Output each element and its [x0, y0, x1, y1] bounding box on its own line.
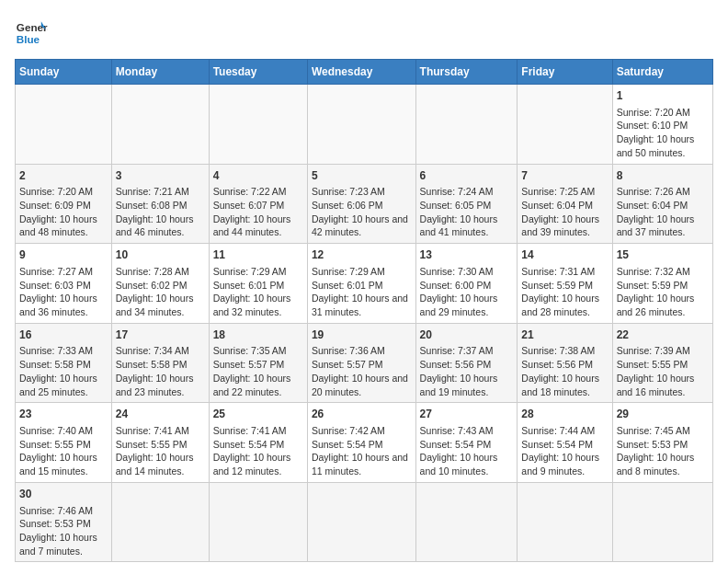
day-number: 11: [213, 247, 303, 263]
day-info: Sunrise: 7:22 AM Sunset: 6:07 PM Dayligh…: [213, 185, 303, 239]
day-number: 25: [213, 407, 303, 422]
day-number: 4: [213, 168, 303, 184]
calendar-week-1: 1Sunrise: 7:20 AM Sunset: 6:10 PM Daylig…: [16, 85, 713, 165]
day-info: Sunrise: 7:29 AM Sunset: 6:01 PM Dayligh…: [312, 265, 412, 319]
day-info: Sunrise: 7:27 AM Sunset: 6:03 PM Dayligh…: [19, 265, 108, 319]
day-number: 23: [19, 407, 108, 422]
weekday-header-saturday: Saturday: [612, 60, 712, 85]
calendar-cell: [518, 482, 612, 562]
day-info: Sunrise: 7:39 AM Sunset: 5:55 PM Dayligh…: [617, 344, 709, 398]
day-info: Sunrise: 7:36 AM Sunset: 5:57 PM Dayligh…: [312, 344, 412, 398]
calendar-cell: 9Sunrise: 7:27 AM Sunset: 6:03 PM Daylig…: [16, 244, 112, 324]
day-info: Sunrise: 7:41 AM Sunset: 5:55 PM Dayligh…: [116, 424, 205, 478]
calendar-cell: [209, 85, 307, 165]
calendar-cell: [16, 85, 112, 165]
calendar-cell: 29Sunrise: 7:45 AM Sunset: 5:53 PM Dayli…: [612, 403, 712, 483]
calendar-cell: 23Sunrise: 7:40 AM Sunset: 5:55 PM Dayli…: [16, 403, 112, 483]
calendar-cell: 24Sunrise: 7:41 AM Sunset: 5:55 PM Dayli…: [111, 403, 209, 483]
calendar-cell: 5Sunrise: 7:23 AM Sunset: 6:06 PM Daylig…: [307, 164, 415, 244]
calendar-cell: 6Sunrise: 7:24 AM Sunset: 6:05 PM Daylig…: [415, 164, 518, 244]
day-number: 10: [116, 247, 205, 263]
day-number: 27: [420, 407, 514, 422]
day-info: Sunrise: 7:41 AM Sunset: 5:54 PM Dayligh…: [213, 424, 303, 478]
day-info: Sunrise: 7:20 AM Sunset: 6:09 PM Dayligh…: [19, 185, 108, 239]
day-info: Sunrise: 7:42 AM Sunset: 5:54 PM Dayligh…: [312, 424, 412, 478]
calendar-cell: [209, 482, 307, 562]
day-number: 20: [420, 327, 514, 343]
day-info: Sunrise: 7:25 AM Sunset: 6:04 PM Dayligh…: [521, 185, 608, 239]
calendar-cell: [415, 482, 518, 562]
calendar-cell: 20Sunrise: 7:37 AM Sunset: 5:56 PM Dayli…: [415, 323, 518, 403]
calendar-cell: 7Sunrise: 7:25 AM Sunset: 6:04 PM Daylig…: [518, 164, 612, 244]
calendar-cell: 17Sunrise: 7:34 AM Sunset: 5:58 PM Dayli…: [111, 323, 209, 403]
day-number: 16: [19, 327, 108, 343]
calendar-cell: 10Sunrise: 7:28 AM Sunset: 6:02 PM Dayli…: [111, 244, 209, 324]
day-number: 13: [420, 247, 514, 263]
day-info: Sunrise: 7:34 AM Sunset: 5:58 PM Dayligh…: [116, 344, 205, 398]
calendar-cell: [612, 482, 712, 562]
logo-icon: General Blue: [15, 15, 48, 48]
day-number: 30: [19, 487, 108, 502]
calendar-cell: 30Sunrise: 7:46 AM Sunset: 5:53 PM Dayli…: [16, 482, 112, 562]
calendar-week-6: 30Sunrise: 7:46 AM Sunset: 5:53 PM Dayli…: [16, 482, 713, 562]
day-number: 3: [116, 168, 205, 184]
calendar-cell: 11Sunrise: 7:29 AM Sunset: 6:01 PM Dayli…: [209, 244, 307, 324]
weekday-header-wednesday: Wednesday: [307, 60, 415, 85]
day-info: Sunrise: 7:28 AM Sunset: 6:02 PM Dayligh…: [116, 265, 205, 319]
calendar-cell: [518, 85, 612, 165]
day-info: Sunrise: 7:32 AM Sunset: 5:59 PM Dayligh…: [617, 265, 709, 319]
calendar-cell: 22Sunrise: 7:39 AM Sunset: 5:55 PM Dayli…: [612, 323, 712, 403]
day-info: Sunrise: 7:30 AM Sunset: 6:00 PM Dayligh…: [420, 265, 514, 319]
calendar-cell: 18Sunrise: 7:35 AM Sunset: 5:57 PM Dayli…: [209, 323, 307, 403]
day-number: 5: [312, 168, 412, 184]
calendar-cell: 14Sunrise: 7:31 AM Sunset: 5:59 PM Dayli…: [518, 244, 612, 324]
calendar-cell: [415, 85, 518, 165]
calendar-cell: 21Sunrise: 7:38 AM Sunset: 5:56 PM Dayli…: [518, 323, 612, 403]
weekday-header-monday: Monday: [111, 60, 209, 85]
day-number: 24: [116, 407, 205, 422]
day-info: Sunrise: 7:20 AM Sunset: 6:10 PM Dayligh…: [617, 106, 709, 160]
calendar-cell: 2Sunrise: 7:20 AM Sunset: 6:09 PM Daylig…: [16, 164, 112, 244]
day-info: Sunrise: 7:29 AM Sunset: 6:01 PM Dayligh…: [213, 265, 303, 319]
day-info: Sunrise: 7:21 AM Sunset: 6:08 PM Dayligh…: [116, 185, 205, 239]
day-info: Sunrise: 7:38 AM Sunset: 5:56 PM Dayligh…: [521, 344, 608, 398]
day-number: 15: [617, 247, 709, 263]
calendar-cell: 27Sunrise: 7:43 AM Sunset: 5:54 PM Dayli…: [415, 403, 518, 483]
calendar-cell: 13Sunrise: 7:30 AM Sunset: 6:00 PM Dayli…: [415, 244, 518, 324]
calendar-cell: 16Sunrise: 7:33 AM Sunset: 5:58 PM Dayli…: [16, 323, 112, 403]
day-number: 6: [420, 168, 514, 184]
page-header: General Blue: [15, 15, 713, 48]
day-number: 1: [617, 88, 709, 104]
day-number: 17: [116, 327, 205, 343]
day-number: 12: [312, 247, 412, 263]
calendar-cell: [307, 85, 415, 165]
day-number: 7: [521, 168, 608, 184]
calendar-cell: 4Sunrise: 7:22 AM Sunset: 6:07 PM Daylig…: [209, 164, 307, 244]
weekday-header-sunday: Sunday: [16, 60, 112, 85]
calendar-cell: [111, 482, 209, 562]
calendar-week-4: 16Sunrise: 7:33 AM Sunset: 5:58 PM Dayli…: [16, 323, 713, 403]
day-number: 2: [19, 168, 108, 184]
day-info: Sunrise: 7:35 AM Sunset: 5:57 PM Dayligh…: [213, 344, 303, 398]
logo: General Blue: [15, 15, 48, 48]
calendar-week-2: 2Sunrise: 7:20 AM Sunset: 6:09 PM Daylig…: [16, 164, 713, 244]
calendar-cell: 28Sunrise: 7:44 AM Sunset: 5:54 PM Dayli…: [518, 403, 612, 483]
calendar-cell: 26Sunrise: 7:42 AM Sunset: 5:54 PM Dayli…: [307, 403, 415, 483]
day-info: Sunrise: 7:31 AM Sunset: 5:59 PM Dayligh…: [521, 265, 608, 319]
day-number: 19: [312, 327, 412, 343]
day-number: 14: [521, 247, 608, 263]
day-number: 28: [521, 407, 608, 422]
calendar-cell: 15Sunrise: 7:32 AM Sunset: 5:59 PM Dayli…: [612, 244, 712, 324]
calendar-cell: [111, 85, 209, 165]
day-number: 8: [617, 168, 709, 184]
calendar-cell: 8Sunrise: 7:26 AM Sunset: 6:04 PM Daylig…: [612, 164, 712, 244]
day-number: 26: [312, 407, 412, 422]
day-info: Sunrise: 7:26 AM Sunset: 6:04 PM Dayligh…: [617, 185, 709, 239]
day-info: Sunrise: 7:43 AM Sunset: 5:54 PM Dayligh…: [420, 424, 514, 478]
calendar-table: SundayMondayTuesdayWednesdayThursdayFrid…: [15, 59, 713, 562]
day-info: Sunrise: 7:46 AM Sunset: 5:53 PM Dayligh…: [19, 504, 108, 558]
weekday-header-row: SundayMondayTuesdayWednesdayThursdayFrid…: [16, 60, 713, 85]
calendar-week-3: 9Sunrise: 7:27 AM Sunset: 6:03 PM Daylig…: [16, 244, 713, 324]
calendar-week-5: 23Sunrise: 7:40 AM Sunset: 5:55 PM Dayli…: [16, 403, 713, 483]
day-number: 22: [617, 327, 709, 343]
